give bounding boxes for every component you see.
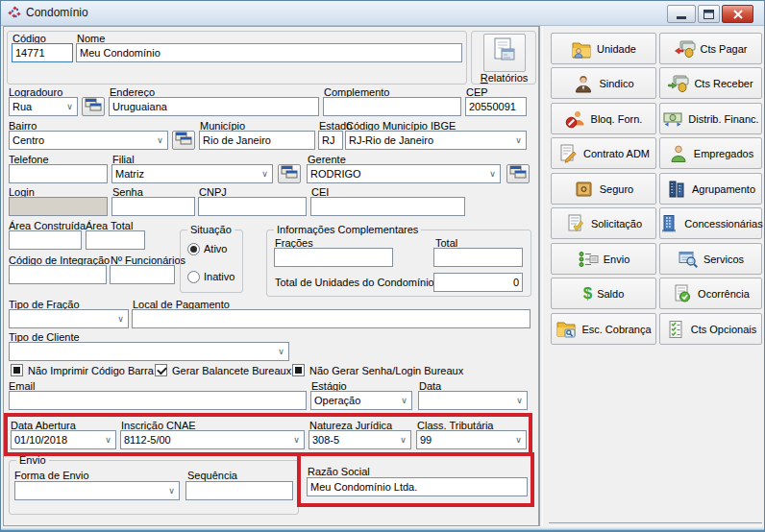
data-abertura-combo[interactable]: 01/10/2018∨ bbox=[11, 430, 116, 449]
complemento-field[interactable] bbox=[323, 97, 461, 116]
close-button[interactable] bbox=[722, 5, 753, 23]
ibge-combo[interactable]: RJ-Rio de Janeiro∨ bbox=[345, 131, 527, 150]
bairro-picker-button[interactable] bbox=[172, 131, 195, 150]
seguro-button[interactable]: Seguro bbox=[551, 173, 656, 205]
inscricao-cnae-combo[interactable]: 8112-5/00∨ bbox=[120, 430, 305, 449]
chevron-down-icon: ∨ bbox=[398, 393, 410, 408]
senha-field[interactable] bbox=[111, 197, 195, 216]
chevron-down-icon: ∨ bbox=[154, 133, 166, 148]
fracoes-field[interactable] bbox=[274, 248, 393, 267]
inativo-label: Inativo bbox=[204, 271, 234, 282]
estado-field[interactable]: RJ bbox=[318, 131, 343, 150]
ativo-label: Ativo bbox=[204, 243, 227, 254]
document-check-yellow-icon bbox=[565, 214, 586, 233]
org-window-icon bbox=[85, 98, 102, 115]
distrib-financ-button[interactable]: Distrib. Financ. bbox=[659, 103, 762, 134]
unidade-button[interactable]: Unidade bbox=[551, 33, 656, 64]
envio-button[interactable]: Envio bbox=[551, 243, 656, 275]
nao-imprimir-codigo-barra-checkbox[interactable] bbox=[11, 364, 23, 376]
telefone-field[interactable] bbox=[9, 164, 108, 183]
dollar-icon: $ bbox=[583, 285, 592, 302]
bairro-combo[interactable]: Centro∨ bbox=[9, 131, 168, 150]
municipio-field[interactable]: Rio de Janeiro bbox=[199, 131, 315, 150]
forma-envio-combo[interactable]: ∨ bbox=[14, 481, 180, 500]
banknote-icon bbox=[662, 109, 683, 129]
situacao-group: Situação bbox=[180, 230, 243, 293]
contrato-adm-button[interactable]: Contrato ADM bbox=[551, 137, 656, 169]
nao-imprimir-codigo-barra-label: Não Imprimir Código Barra bbox=[28, 365, 154, 376]
local-pagamento-field[interactable] bbox=[132, 309, 531, 328]
cts-pagar-button[interactable]: Cts Pagar bbox=[659, 33, 762, 64]
bloq-forn-button[interactable]: Bloq. Forn. bbox=[551, 103, 656, 134]
building-blue-icon bbox=[658, 214, 679, 233]
relatorios-button[interactable] bbox=[483, 34, 526, 72]
endereco-field[interactable]: Uruguaiana bbox=[109, 97, 319, 116]
gerar-balancete-bureaux-checkbox[interactable] bbox=[155, 364, 167, 376]
chevron-down-icon: ∨ bbox=[63, 99, 76, 114]
agrupamento-button[interactable]: Agrupamento bbox=[659, 173, 762, 205]
envio-group-title: Envio bbox=[16, 454, 49, 466]
folder-search-icon bbox=[555, 320, 577, 339]
situacao-title: Situação bbox=[187, 224, 234, 235]
solicitacao-button[interactable]: Solicitação bbox=[551, 207, 656, 239]
concessionarias-button[interactable]: Concessionárias bbox=[659, 207, 762, 239]
class-tributaria-combo[interactable]: 99∨ bbox=[416, 430, 527, 449]
gerar-balancete-bureaux-label: Gerar Balancete Bureaux bbox=[172, 365, 291, 376]
gerente-combo[interactable]: RODRIGO∨ bbox=[307, 164, 501, 183]
cts-opcionais-button[interactable]: Cts Opcionais bbox=[659, 313, 762, 345]
gerente-picker-button[interactable] bbox=[506, 164, 530, 183]
tipo-fracao-combo[interactable]: ∨ bbox=[9, 309, 129, 328]
sequencia-field[interactable] bbox=[185, 481, 293, 500]
cei-field[interactable] bbox=[310, 197, 465, 216]
area-construida-field[interactable] bbox=[9, 230, 82, 250]
total-field[interactable] bbox=[433, 248, 523, 267]
num-funcionarios-field[interactable] bbox=[110, 265, 175, 284]
filial-combo[interactable]: Matriz∨ bbox=[111, 164, 273, 183]
empregados-button[interactable]: Empregados bbox=[659, 137, 762, 169]
servicos-button[interactable]: Servicos bbox=[659, 243, 762, 275]
email-field[interactable] bbox=[9, 391, 307, 410]
chevron-down-icon: ∨ bbox=[259, 166, 271, 181]
natureza-juridica-combo[interactable]: 308-5∨ bbox=[308, 430, 411, 449]
maximize-button[interactable] bbox=[698, 5, 720, 23]
logradouro-combo[interactable]: Rua∨ bbox=[9, 97, 78, 116]
login-field bbox=[9, 197, 108, 216]
data-combo[interactable]: ∨ bbox=[418, 391, 528, 410]
list-icon bbox=[578, 250, 599, 269]
document-check-green-icon bbox=[672, 284, 693, 303]
cep-field[interactable]: 20550091 bbox=[465, 97, 527, 116]
nao-gerar-senha-login-bureaux-checkbox[interactable] bbox=[292, 364, 305, 376]
area-total-field[interactable] bbox=[86, 230, 145, 250]
chevron-down-icon: ∨ bbox=[486, 166, 499, 181]
minimize-button[interactable] bbox=[667, 5, 696, 23]
filial-picker-button[interactable] bbox=[278, 164, 301, 183]
razao-social-field[interactable]: Meu Condomínio Ltda. bbox=[307, 477, 528, 496]
inativo-radio[interactable] bbox=[187, 271, 200, 283]
saldo-button[interactable]: $ Saldo bbox=[551, 278, 656, 309]
safe-icon bbox=[574, 180, 595, 199]
condominio-window: Condomínio Código 14771 Nome Meu Condomí… bbox=[0, 0, 765, 532]
cod-integracao-field[interactable] bbox=[9, 265, 107, 284]
estagio-combo[interactable]: Operação∨ bbox=[310, 391, 412, 410]
tipo-cliente-combo[interactable]: ∨ bbox=[9, 342, 289, 361]
window-title: Condomínio bbox=[26, 6, 88, 19]
titlebar[interactable]: Condomínio bbox=[1, 1, 764, 26]
org-window-icon bbox=[281, 165, 298, 182]
money-out-icon bbox=[675, 39, 696, 59]
ocorrencia-button[interactable]: Ocorrência bbox=[659, 278, 762, 309]
right-panel-groove bbox=[549, 522, 762, 526]
codigo-field[interactable]: 14771 bbox=[12, 43, 73, 62]
cts-receber-button[interactable]: Cts Receber bbox=[659, 67, 762, 99]
panel-separator bbox=[539, 26, 543, 526]
cnpj-field[interactable] bbox=[198, 197, 307, 216]
chevron-down-icon: ∨ bbox=[114, 311, 127, 326]
sindico-button[interactable]: Sindico bbox=[551, 67, 656, 99]
esc-cobranca-button[interactable]: Esc. Cobrança bbox=[551, 313, 656, 345]
person-blocked-icon bbox=[565, 109, 586, 129]
nome-field[interactable]: Meu Condomínio bbox=[76, 43, 462, 62]
person-green-icon bbox=[668, 144, 689, 163]
chevron-down-icon: ∨ bbox=[512, 432, 525, 447]
ativo-radio[interactable] bbox=[187, 243, 200, 255]
logradouro-picker-button[interactable] bbox=[82, 97, 105, 116]
sequencia-label: Sequência bbox=[187, 470, 237, 481]
